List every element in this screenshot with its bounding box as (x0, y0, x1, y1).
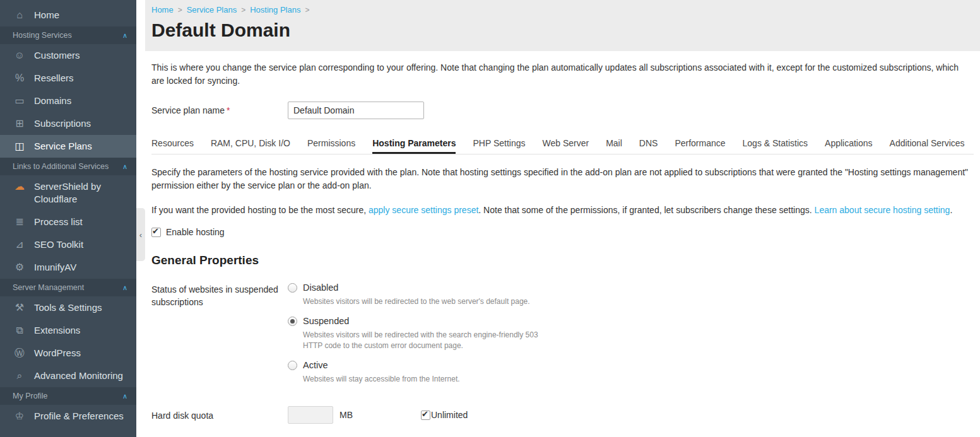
general-properties-heading: General Properties (151, 253, 974, 267)
website-status-row: Status of websites in suspended subscrip… (151, 283, 974, 393)
sidebar-item-label: SEO Toolkit (34, 238, 83, 251)
breadcrumb-separator: > (241, 6, 245, 15)
sidebar-section-my-profile[interactable]: My Profile∧ (0, 387, 136, 405)
status-radio-row-active[interactable]: Active (288, 360, 555, 370)
enable-hosting-row[interactable]: Enable hosting (151, 227, 974, 237)
note-text: . Note that some of the permissions, if … (478, 205, 814, 215)
tab-permissions[interactable]: Permissions (307, 136, 355, 154)
breadcrumb-link-hosting-plans[interactable]: Hosting Plans (250, 5, 300, 15)
radio-help-text: Websites visitors will be redirected wit… (303, 330, 555, 351)
app-window: ⌂HomeHosting Services∧☺Customers%Reselle… (0, 0, 980, 437)
chevron-up-icon: ∧ (122, 283, 127, 292)
sidebar-item-domains[interactable]: ▭Domains (0, 90, 136, 112)
sidebar-item-profile-preferences[interactable]: ♔Profile & Preferences (0, 405, 136, 428)
status-option-suspended: SuspendedWebsites visitors will be redir… (288, 316, 555, 351)
sidebar-item-wordpress[interactable]: ⓌWordPress (0, 342, 136, 364)
content-area: This is where you change the service pla… (145, 51, 980, 424)
breadcrumb-link-service-plans[interactable]: Service Plans (187, 5, 237, 15)
tab-additional-services[interactable]: Additional Services (890, 136, 965, 154)
learn-secure-hosting-link[interactable]: Learn about secure hosting setting (815, 205, 950, 215)
sidebar-item-advanced-monitoring[interactable]: ⌕Advanced Monitoring (0, 364, 136, 387)
sidebar-item-home[interactable]: ⌂Home (0, 4, 136, 26)
tab-resources[interactable]: Resources (151, 136, 194, 154)
tab-logs-statistics[interactable]: Logs & Statistics (743, 136, 808, 154)
sidebar-item-resellers[interactable]: %Resellers (0, 67, 136, 90)
sidebar-item-label: Subscriptions (34, 117, 91, 130)
sidebar-section-hosting-services[interactable]: Hosting Services∧ (0, 26, 136, 44)
breadcrumb-link-home[interactable]: Home (151, 5, 174, 15)
sidebar-item-label: Process list (34, 216, 83, 228)
sidebar-item-label: Customers (34, 49, 80, 62)
quota-unit-label: MB (339, 410, 353, 420)
plan-intro-text: This is where you change the service pla… (151, 61, 974, 88)
sidebar-section-links-to-additional-services[interactable]: Links to Additional Services∧ (0, 158, 136, 175)
radio-help-text: Websites will stay accessible from the I… (303, 374, 555, 385)
sidebar-item-label: Home (34, 9, 59, 21)
service-plan-name-input[interactable] (288, 102, 424, 119)
sidebar-item-tools-settings[interactable]: ⚒Tools & Settings (0, 296, 136, 319)
unlimited-checkbox[interactable] (421, 411, 430, 420)
home-icon: ⌂ (13, 9, 27, 21)
hosting-params-intro-text: Specify the parameters of the hosting se… (151, 166, 974, 192)
tab-mail[interactable]: Mail (606, 136, 622, 154)
collapse-left-icon: ‹ (139, 230, 142, 240)
percent-icon: % (13, 72, 27, 84)
sidebar-item-imunifyav[interactable]: ⚙ImunifyAV (0, 256, 136, 279)
breadcrumb-separator: > (305, 6, 309, 15)
tab-dns[interactable]: DNS (639, 136, 658, 154)
sidebar-item-seo-toolkit[interactable]: ⊿SEO Toolkit (0, 233, 136, 256)
status-radio-row-suspended[interactable]: Suspended (288, 316, 555, 326)
status-option-disabled: DisabledWebsites visitors will be redire… (288, 283, 555, 307)
radio-disabled[interactable] (288, 283, 297, 293)
radio-label: Disabled (303, 283, 338, 293)
main-content: Home>Service Plans>Hosting Plans> Defaul… (145, 0, 980, 437)
cloudflare-cloud-icon: ☁ (13, 180, 27, 193)
label-text: Service plan name (151, 105, 225, 115)
hard-disk-quota-input[interactable] (288, 406, 333, 424)
imunify-gear-icon: ⚙ (13, 261, 27, 274)
tab-web-server[interactable]: Web Server (542, 136, 589, 154)
sidebar-item-extensions[interactable]: ⧉Extensions (0, 319, 136, 342)
extensions-icon: ⧉ (13, 324, 27, 337)
sidebar-item-customers[interactable]: ☺Customers (0, 44, 136, 67)
sidebar-item-label: ImunifyAV (34, 261, 76, 274)
sidebar-item-servershield-by-cloudflare[interactable]: ☁ServerShield by Cloudflare (0, 175, 136, 211)
tab-php-settings[interactable]: PHP Settings (473, 136, 525, 154)
sidebar-item-label: Resellers (34, 72, 74, 84)
seo-chart-icon: ⊿ (13, 238, 27, 251)
service-plan-name-label: Service plan name* (151, 105, 288, 115)
radio-active[interactable] (288, 361, 297, 370)
radio-suspended[interactable] (288, 317, 297, 326)
wordpress-icon: Ⓦ (13, 347, 27, 359)
sidebar-item-label: Service Plans (34, 140, 92, 153)
section-label: Hosting Services (13, 31, 72, 40)
sidebar-item-service-plans[interactable]: ◫Service Plans (0, 135, 136, 158)
radio-help-text: Websites visitors will be redirected to … (303, 296, 555, 307)
apply-secure-settings-link[interactable]: apply secure settings preset (369, 205, 478, 215)
tab-performance[interactable]: Performance (675, 136, 725, 154)
unlimited-toggle[interactable]: Unlimited (421, 410, 468, 420)
sidebar-item-process-list[interactable]: ≣Process list (0, 211, 136, 233)
status-radio-row-disabled[interactable]: Disabled (288, 283, 555, 293)
sidebar-collapse-handle[interactable]: ‹ (136, 208, 145, 261)
tab-applications[interactable]: Applications (825, 136, 873, 154)
chevron-up-icon: ∧ (122, 31, 127, 40)
website-status-options: DisabledWebsites visitors will be redire… (288, 283, 555, 393)
unlimited-label: Unlimited (431, 410, 468, 420)
service-plan-name-row: Service plan name* (151, 102, 974, 119)
tab-ram-cpu-disk-i-o[interactable]: RAM, CPU, Disk I/O (211, 136, 290, 154)
tab-hosting-parameters[interactable]: Hosting Parameters (372, 136, 456, 154)
sidebar-section-server-management[interactable]: Server Management∧ (0, 279, 136, 296)
sidebar-item-label: Domains (34, 95, 71, 107)
person-icon: ☺ (13, 49, 27, 62)
note-text: . (950, 205, 952, 215)
note-text: If you want the provided hosting to be t… (151, 205, 369, 215)
enable-hosting-checkbox[interactable] (151, 228, 161, 237)
sidebar-item-label: Profile & Preferences (34, 410, 124, 422)
grid-icon: ⊞ (13, 117, 27, 130)
sidebar-item-label: Advanced Monitoring (34, 370, 123, 382)
hard-disk-quota-row: Hard disk quota MB Unlimited (151, 406, 974, 424)
monitoring-icon: ⌕ (13, 370, 27, 382)
sidebar-item-label: WordPress (34, 347, 81, 359)
sidebar-item-subscriptions[interactable]: ⊞Subscriptions (0, 112, 136, 135)
